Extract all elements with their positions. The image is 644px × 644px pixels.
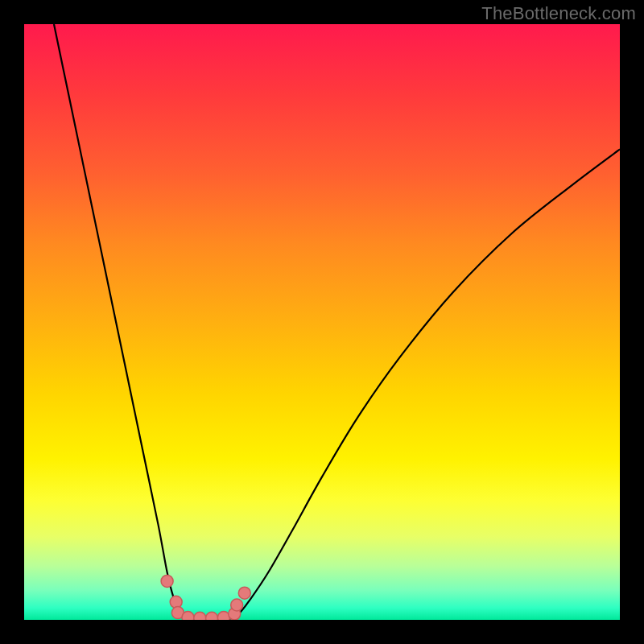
plot-area bbox=[24, 24, 620, 620]
data-point bbox=[182, 612, 194, 620]
right-curve bbox=[227, 149, 620, 620]
data-point bbox=[161, 575, 173, 587]
scatter-points bbox=[161, 575, 250, 620]
data-point bbox=[194, 612, 206, 620]
chart-frame: TheBottleneck.com bbox=[0, 0, 644, 644]
data-point bbox=[206, 612, 218, 620]
data-point bbox=[238, 587, 250, 599]
left-curve bbox=[54, 24, 191, 620]
watermark-text: TheBottleneck.com bbox=[481, 3, 636, 24]
curves-svg bbox=[24, 24, 620, 620]
data-point bbox=[170, 596, 182, 608]
data-point bbox=[231, 599, 243, 611]
